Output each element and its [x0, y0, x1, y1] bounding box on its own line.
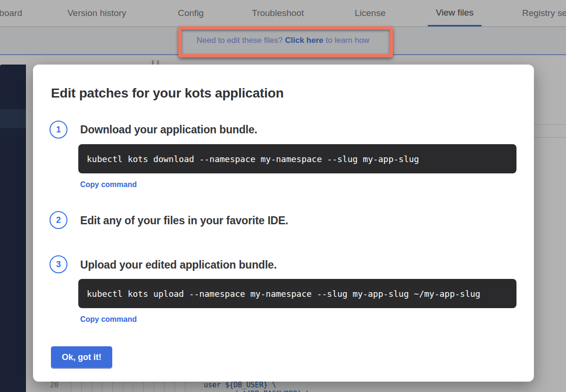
upload-command-text: kubectl kots upload --namespace my-names…: [87, 289, 480, 299]
step-1-heading: Download your application bundle.: [80, 122, 257, 137]
ok-got-it-button[interactable]: Ok, got it!: [51, 346, 112, 368]
app-window: Dashboard Version history Config Trouble…: [0, 0, 566, 392]
step-2-number-badge: 2: [50, 211, 67, 229]
step-2-heading: Edit any of your files in your favorite …: [80, 213, 288, 228]
upload-command-block: kubectl kots upload --namespace my-names…: [78, 279, 516, 308]
step-1-number-badge: 1: [50, 121, 67, 139]
copy-upload-command-link[interactable]: Copy command: [80, 315, 137, 324]
download-command-text: kubectl kots download --namespace my-nam…: [87, 154, 419, 164]
modal-title: Edit patches for your kots application: [51, 86, 283, 101]
download-command-block: kubectl kots download --namespace my-nam…: [78, 144, 516, 173]
step-3-heading: Upload your edited application bundle.: [80, 257, 277, 272]
edit-patches-modal: Edit patches for your kots application 1…: [33, 65, 534, 382]
step-3-number-badge: 3: [50, 255, 67, 273]
copy-download-command-link[interactable]: Copy command: [80, 180, 137, 189]
